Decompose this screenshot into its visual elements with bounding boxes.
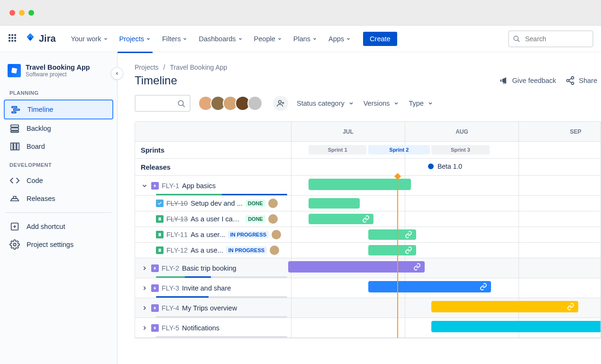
epic-icon [151, 304, 159, 312]
svg-point-18 [572, 82, 574, 84]
issue-bar[interactable] [309, 214, 373, 224]
svg-point-16 [572, 77, 574, 79]
sidebar-item-add-shortcut[interactable]: Add shortcut [4, 218, 113, 236]
avatar[interactable] [247, 96, 263, 111]
filter-versions[interactable]: Versions [363, 98, 401, 109]
assignee-avatar[interactable] [268, 214, 278, 224]
issue-key[interactable]: FLY-4 [162, 304, 179, 312]
issue-bar[interactable] [368, 229, 416, 240]
nav-item-plans[interactable]: Plans [290, 32, 321, 46]
nav-item-filters[interactable]: Filters [158, 32, 191, 46]
epic-row[interactable]: FLY-5 Notifications [135, 318, 601, 338]
issue-key[interactable]: FLY-12 [166, 246, 188, 254]
issue-row[interactable]: FLY-12 As a use... IN PROGRESS [135, 243, 601, 258]
share-icon [565, 76, 575, 85]
issue-bar[interactable] [368, 245, 416, 255]
issue-bar[interactable] [309, 198, 360, 209]
breadcrumb-project[interactable]: Travel Booking App [170, 64, 227, 71]
epic-bar[interactable] [431, 301, 578, 312]
svg-point-23 [279, 100, 282, 103]
expand-toggle[interactable] [141, 325, 148, 331]
app-switcher-icon[interactable] [8, 33, 19, 45]
issue-key[interactable]: FLY-5 [162, 324, 179, 332]
issue-summary: Invite and share [182, 284, 231, 292]
project-type: Software project [26, 71, 90, 78]
filter-status-category[interactable]: Status category [296, 98, 355, 109]
epic-icon [151, 182, 159, 190]
sprint-pill[interactable]: Sprint 3 [431, 145, 489, 155]
issue-summary: As a user... [191, 231, 225, 238]
svg-point-17 [567, 80, 569, 82]
epic-bar[interactable] [288, 261, 425, 273]
assignee-avatar[interactable] [268, 199, 278, 208]
expand-toggle[interactable] [141, 265, 148, 272]
backlog-icon [9, 123, 20, 134]
epic-row[interactable]: FLY-4 My Trips overview [135, 298, 601, 318]
epic-bar[interactable] [431, 321, 601, 332]
nav-item-your-work[interactable]: Your work [67, 32, 112, 46]
epic-row[interactable]: FLY-1 App basics [135, 176, 601, 196]
status-lozenge: DONE [246, 215, 265, 223]
sprint-pill[interactable]: Sprint 2 [368, 145, 430, 155]
issue-row[interactable]: FLY-11 As a user... IN PROGRESS [135, 227, 601, 243]
release-marker[interactable]: Beta 1.0 [428, 163, 462, 170]
issue-key[interactable]: FLY-3 [162, 284, 179, 292]
assignee-avatar[interactable] [270, 246, 279, 255]
add-shortcut-icon [9, 221, 20, 232]
epic-bar[interactable] [368, 281, 491, 292]
sidebar-item-code[interactable]: Code [4, 172, 113, 190]
jira-logo[interactable]: Jira [25, 33, 56, 45]
epic-bar[interactable] [309, 179, 411, 190]
expand-toggle[interactable] [141, 182, 148, 189]
nav-item-apps[interactable]: Apps [325, 32, 355, 46]
sidebar-item-label: Releases [27, 195, 55, 202]
sprint-pill[interactable]: Sprint 1 [309, 145, 366, 155]
close-window-dot[interactable] [9, 10, 15, 16]
sidebar-item-backlog[interactable]: Backlog [4, 119, 113, 137]
nav-item-projects[interactable]: Projects [116, 32, 155, 46]
sidebar-item-board[interactable]: Board [4, 137, 113, 155]
chevron-down-icon [277, 36, 282, 41]
give-feedback-button[interactable]: Give feedback [499, 76, 556, 85]
global-search[interactable] [508, 30, 593, 47]
issue-row[interactable]: FLY-13 As a user I can ... DONE [135, 211, 601, 227]
section-development-label: DEVELOPMENT [4, 155, 113, 172]
assignee-avatars[interactable] [198, 96, 263, 111]
release-dot-icon [428, 164, 434, 169]
link-icon [480, 283, 487, 291]
share-button[interactable]: Share [565, 76, 597, 85]
sidebar-item-label: Add shortcut [27, 223, 65, 230]
epic-row[interactable]: FLY-2 Basic trip booking [135, 258, 601, 278]
nav-item-people[interactable]: People [250, 32, 286, 46]
issue-row[interactable]: FLY-10 Setup dev and ... DONE [135, 196, 601, 211]
filter-type[interactable]: Type [408, 98, 434, 109]
chevron-down-icon [238, 36, 243, 41]
epic-row[interactable]: FLY-3 Invite and share [135, 278, 601, 298]
sprints-row: Sprints Sprint 1Sprint 2Sprint 3 [135, 142, 601, 159]
issue-key[interactable]: FLY-11 [166, 231, 188, 238]
issue-summary: Notifications [182, 324, 219, 332]
expand-toggle[interactable] [141, 305, 148, 311]
breadcrumb-root[interactable]: Projects [135, 64, 159, 71]
sidebar-item-project-settings[interactable]: Project settings [4, 236, 113, 254]
nav-item-dashboards[interactable]: Dashboards [195, 32, 246, 46]
search-input[interactable] [508, 30, 593, 47]
expand-toggle[interactable] [141, 285, 148, 291]
timeline-months-header: JULAUGSEP [135, 122, 601, 142]
collapse-sidebar-button[interactable] [111, 67, 123, 80]
svg-rect-10 [14, 143, 16, 150]
issue-key[interactable]: FLY-10 [166, 200, 188, 207]
sidebar-item-timeline[interactable]: Timeline [4, 100, 113, 119]
add-people-button[interactable] [273, 96, 288, 111]
filter-search-input[interactable] [135, 95, 191, 112]
assignee-avatar[interactable] [272, 230, 281, 239]
maximize-window-dot[interactable] [28, 10, 34, 16]
sidebar-item-releases[interactable]: Releases [4, 190, 113, 208]
create-button[interactable]: Create [363, 32, 397, 46]
issue-key[interactable]: FLY-13 [166, 215, 188, 223]
issue-key[interactable]: FLY-1 [162, 182, 179, 190]
code-icon [9, 175, 20, 186]
issue-key[interactable]: FLY-2 [162, 264, 179, 272]
minimize-window-dot[interactable] [19, 10, 25, 16]
issue-summary: App basics [182, 182, 216, 190]
